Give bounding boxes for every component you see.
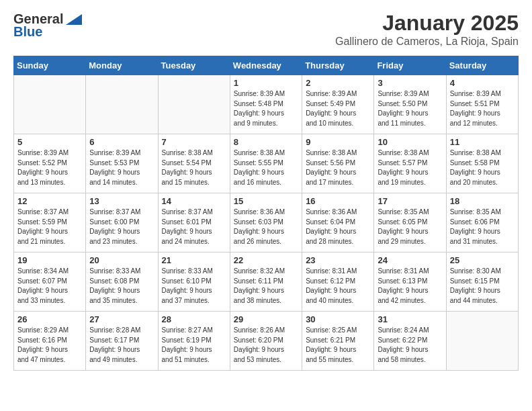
day-info: Sunrise: 8:39 AMSunset: 5:50 PMDaylight:… <box>378 89 442 128</box>
day-info: Sunrise: 8:31 AMSunset: 6:12 PMDaylight:… <box>306 267 370 306</box>
calendar-cell: 30Sunrise: 8:25 AMSunset: 6:21 PMDayligh… <box>302 312 374 371</box>
day-info: Sunrise: 8:33 AMSunset: 6:10 PMDaylight:… <box>162 267 226 306</box>
day-info: Sunrise: 8:26 AMSunset: 6:20 PMDaylight:… <box>234 326 298 365</box>
day-info: Sunrise: 8:39 AMSunset: 5:51 PMDaylight:… <box>450 89 515 128</box>
calendar-cell: 8Sunrise: 8:38 AMSunset: 5:55 PMDaylight… <box>230 134 302 193</box>
day-number: 25 <box>450 255 515 265</box>
day-info: Sunrise: 8:31 AMSunset: 6:13 PMDaylight:… <box>378 267 442 306</box>
calendar-cell: 16Sunrise: 8:36 AMSunset: 6:04 PMDayligh… <box>302 193 374 253</box>
day-info: Sunrise: 8:34 AMSunset: 6:07 PMDaylight:… <box>17 267 82 306</box>
calendar-cell <box>158 75 230 134</box>
calendar-cell: 24Sunrise: 8:31 AMSunset: 6:13 PMDayligh… <box>374 253 446 312</box>
day-info: Sunrise: 8:39 AMSunset: 5:53 PMDaylight:… <box>89 148 154 187</box>
calendar-cell: 31Sunrise: 8:24 AMSunset: 6:22 PMDayligh… <box>374 312 446 371</box>
calendar-cell: 14Sunrise: 8:37 AMSunset: 6:01 PMDayligh… <box>158 193 230 253</box>
weekday-header-row: SundayMondayTuesdayWednesdayThursdayFrid… <box>14 56 519 75</box>
day-number: 1 <box>234 78 298 88</box>
day-number: 28 <box>162 314 226 324</box>
calendar-cell: 20Sunrise: 8:33 AMSunset: 6:08 PMDayligh… <box>86 253 158 312</box>
calendar-title: January 2025 <box>335 11 519 36</box>
calendar-cell: 4Sunrise: 8:39 AMSunset: 5:51 PMDaylight… <box>446 75 518 134</box>
day-info: Sunrise: 8:38 AMSunset: 5:58 PMDaylight:… <box>450 148 515 187</box>
page-container: General Blue January 2025 Gallinero de C… <box>0 0 532 381</box>
calendar-cell: 7Sunrise: 8:38 AMSunset: 5:54 PMDaylight… <box>158 134 230 193</box>
day-number: 18 <box>450 196 515 206</box>
calendar-cell: 5Sunrise: 8:39 AMSunset: 5:52 PMDaylight… <box>14 134 86 193</box>
day-number: 4 <box>450 78 515 88</box>
day-info: Sunrise: 8:33 AMSunset: 6:08 PMDaylight:… <box>89 267 154 306</box>
day-number: 17 <box>378 196 442 206</box>
day-info: Sunrise: 8:35 AMSunset: 6:05 PMDaylight:… <box>378 208 442 246</box>
calendar-cell: 27Sunrise: 8:28 AMSunset: 6:17 PMDayligh… <box>86 312 158 371</box>
day-number: 19 <box>17 255 82 265</box>
logo-blue: Blue <box>13 24 42 40</box>
calendar-cell: 2Sunrise: 8:39 AMSunset: 5:49 PMDaylight… <box>302 75 374 134</box>
day-number: 13 <box>89 196 154 206</box>
week-row-1: 1Sunrise: 8:39 AMSunset: 5:48 PMDaylight… <box>14 75 519 134</box>
title-block: January 2025 Gallinero de Cameros, La Ri… <box>335 11 519 48</box>
calendar-cell <box>446 312 518 371</box>
weekday-monday: Monday <box>86 56 158 75</box>
day-number: 16 <box>306 196 370 206</box>
weekday-friday: Friday <box>374 56 446 75</box>
day-number: 21 <box>162 255 226 265</box>
day-number: 10 <box>378 137 442 147</box>
day-info: Sunrise: 8:37 AMSunset: 6:01 PMDaylight:… <box>162 208 226 246</box>
calendar-cell <box>86 75 158 134</box>
day-info: Sunrise: 8:39 AMSunset: 5:48 PMDaylight:… <box>234 89 298 128</box>
calendar-cell: 13Sunrise: 8:37 AMSunset: 6:00 PMDayligh… <box>86 193 158 253</box>
day-number: 22 <box>234 255 298 265</box>
weekday-tuesday: Tuesday <box>158 56 230 75</box>
day-info: Sunrise: 8:30 AMSunset: 6:15 PMDaylight:… <box>450 267 515 306</box>
day-info: Sunrise: 8:29 AMSunset: 6:16 PMDaylight:… <box>17 326 82 365</box>
calendar-cell: 23Sunrise: 8:31 AMSunset: 6:12 PMDayligh… <box>302 253 374 312</box>
calendar-cell: 21Sunrise: 8:33 AMSunset: 6:10 PMDayligh… <box>158 253 230 312</box>
weekday-sunday: Sunday <box>14 56 86 75</box>
day-number: 29 <box>234 314 298 324</box>
calendar-cell: 3Sunrise: 8:39 AMSunset: 5:50 PMDaylight… <box>374 75 446 134</box>
calendar-cell: 25Sunrise: 8:30 AMSunset: 6:15 PMDayligh… <box>446 253 518 312</box>
calendar-cell: 22Sunrise: 8:32 AMSunset: 6:11 PMDayligh… <box>230 253 302 312</box>
day-number: 7 <box>162 137 226 147</box>
day-number: 12 <box>17 196 82 206</box>
day-number: 11 <box>450 137 515 147</box>
day-number: 27 <box>89 314 154 324</box>
day-number: 24 <box>378 255 442 265</box>
week-row-3: 12Sunrise: 8:37 AMSunset: 5:59 PMDayligh… <box>14 193 519 253</box>
weekday-saturday: Saturday <box>446 56 518 75</box>
calendar-cell <box>14 75 86 134</box>
calendar-cell: 19Sunrise: 8:34 AMSunset: 6:07 PMDayligh… <box>14 253 86 312</box>
calendar-cell: 29Sunrise: 8:26 AMSunset: 6:20 PMDayligh… <box>230 312 302 371</box>
day-info: Sunrise: 8:25 AMSunset: 6:21 PMDaylight:… <box>306 326 370 365</box>
day-number: 5 <box>17 137 82 147</box>
calendar-subtitle: Gallinero de Cameros, La Rioja, Spain <box>335 36 519 48</box>
calendar-cell: 1Sunrise: 8:39 AMSunset: 5:48 PMDaylight… <box>230 75 302 134</box>
day-number: 30 <box>306 314 370 324</box>
day-number: 26 <box>17 314 82 324</box>
page-header: General Blue January 2025 Gallinero de C… <box>13 11 519 48</box>
week-row-2: 5Sunrise: 8:39 AMSunset: 5:52 PMDaylight… <box>14 134 519 193</box>
calendar-cell: 12Sunrise: 8:37 AMSunset: 5:59 PMDayligh… <box>14 193 86 253</box>
day-number: 20 <box>89 255 154 265</box>
calendar-table: SundayMondayTuesdayWednesdayThursdayFrid… <box>13 56 519 371</box>
day-info: Sunrise: 8:38 AMSunset: 5:54 PMDaylight:… <box>162 148 226 187</box>
calendar-cell: 15Sunrise: 8:36 AMSunset: 6:03 PMDayligh… <box>230 193 302 253</box>
day-number: 9 <box>306 137 370 147</box>
day-info: Sunrise: 8:36 AMSunset: 6:03 PMDaylight:… <box>234 208 298 246</box>
day-number: 3 <box>378 78 442 88</box>
day-number: 23 <box>306 255 370 265</box>
logo-icon <box>66 14 82 25</box>
weekday-thursday: Thursday <box>302 56 374 75</box>
day-number: 15 <box>234 196 298 206</box>
calendar-cell: 9Sunrise: 8:38 AMSunset: 5:56 PMDaylight… <box>302 134 374 193</box>
day-info: Sunrise: 8:39 AMSunset: 5:52 PMDaylight:… <box>17 148 82 187</box>
calendar-cell: 18Sunrise: 8:35 AMSunset: 6:06 PMDayligh… <box>446 193 518 253</box>
week-row-4: 19Sunrise: 8:34 AMSunset: 6:07 PMDayligh… <box>14 253 519 312</box>
calendar-cell: 17Sunrise: 8:35 AMSunset: 6:05 PMDayligh… <box>374 193 446 253</box>
day-info: Sunrise: 8:38 AMSunset: 5:57 PMDaylight:… <box>378 148 442 187</box>
day-info: Sunrise: 8:37 AMSunset: 6:00 PMDaylight:… <box>89 208 154 246</box>
day-info: Sunrise: 8:28 AMSunset: 6:17 PMDaylight:… <box>89 326 154 365</box>
weekday-wednesday: Wednesday <box>230 56 302 75</box>
day-number: 14 <box>162 196 226 206</box>
day-number: 31 <box>378 314 442 324</box>
